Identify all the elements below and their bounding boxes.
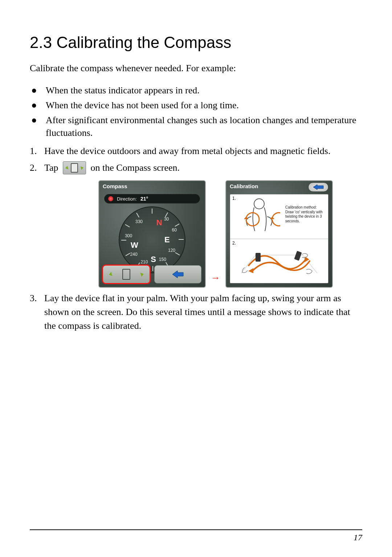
- svg-marker-6: [248, 268, 253, 273]
- step-number: 2.: [30, 161, 44, 175]
- back-arrow-icon: [313, 184, 324, 190]
- footer-rule: [30, 529, 362, 530]
- svg-marker-0: [172, 271, 183, 278]
- svg-rect-7: [256, 253, 261, 262]
- direction-value: 21°: [140, 196, 148, 202]
- bullet-text: When the status indicator appears in red…: [46, 84, 362, 97]
- page-number: 17: [354, 533, 362, 542]
- calibration-screen: Calibration 1. Calibration method: Draw …: [225, 180, 333, 288]
- compass-screen: Compass Direction: 21° N E S W: [98, 180, 206, 288]
- screen-title: Calibration: [230, 183, 258, 189]
- step-list-cont: 3. Lay the device flat in your palm. Wit…: [30, 291, 362, 332]
- cardinal-n: N: [156, 218, 162, 227]
- calibration-panel: 1. Calibration method: Draw 'co' vertica…: [230, 194, 328, 283]
- calibration-step-1: 1. Calibration method: Draw 'co' vertica…: [230, 194, 328, 239]
- step-text: Lay the device flat in your palm. With y…: [44, 291, 362, 332]
- flow-arrow-icon: →: [211, 273, 220, 288]
- step-number: 3.: [30, 291, 44, 305]
- bottom-button-row: [103, 265, 201, 283]
- bullet-dot: ●: [30, 99, 46, 112]
- dial-number: 150: [159, 257, 166, 262]
- dial-number: 300: [125, 233, 132, 238]
- cardinal-s: S: [151, 255, 156, 264]
- compass-dial: N E S W 30 60 120 150 210 240 300 330: [119, 206, 185, 273]
- calibration-figure-1: [237, 197, 280, 237]
- bullet-text: After significant environmental changes …: [46, 114, 362, 139]
- dial-number: 240: [130, 252, 138, 257]
- step-number: 1.: [30, 144, 44, 158]
- back-button[interactable]: [308, 182, 328, 192]
- dial-number: 120: [168, 248, 175, 253]
- section-heading: 2.3 Calibrating the Compass: [30, 33, 362, 52]
- calibration-figure-2: [234, 241, 324, 280]
- step-text-pre: Tap: [44, 162, 58, 173]
- dial-number: 60: [172, 227, 177, 233]
- dial-number: 330: [135, 219, 143, 224]
- step-text: Tap on the Compass screen.: [44, 161, 362, 175]
- step-number: 1.: [232, 196, 236, 201]
- calibration-step-2: 2.: [230, 239, 328, 283]
- bullet-dot: ●: [30, 84, 46, 97]
- dial-number: 30: [164, 217, 169, 222]
- step-text-post: on the Compass screen.: [91, 162, 180, 173]
- intro-paragraph: Calibrate the compass whenever needed. F…: [30, 62, 362, 74]
- calibrate-button-icon: [63, 161, 86, 174]
- back-arrow-icon: [172, 270, 184, 279]
- step-list: 1. Have the device outdoors and away fro…: [30, 144, 362, 175]
- step-text: Have the device outdoors and away from m…: [44, 144, 362, 158]
- direction-bar: Direction: 21°: [104, 194, 200, 203]
- svg-rect-8: [294, 251, 302, 261]
- dial-number: 210: [140, 259, 148, 265]
- back-button[interactable]: [154, 265, 201, 283]
- bullet-dot: ●: [30, 114, 46, 126]
- status-indicator-red: [108, 196, 113, 201]
- svg-point-2: [254, 199, 264, 209]
- cardinal-e: E: [164, 235, 170, 245]
- bullet-text: When the device has not been used for a …: [46, 99, 362, 112]
- direction-label: Direction:: [117, 196, 137, 202]
- cardinal-w: W: [131, 241, 138, 250]
- calibrate-button[interactable]: [103, 265, 150, 283]
- bullet-list: ●When the status indicator appears in re…: [30, 84, 362, 139]
- screenshot-row: Compass Direction: 21° N E S W: [69, 180, 362, 288]
- calibration-method-text: Calibration method: Draw 'co' vertically…: [285, 205, 325, 223]
- screen-title: Compass: [103, 183, 127, 189]
- svg-marker-1: [313, 185, 323, 190]
